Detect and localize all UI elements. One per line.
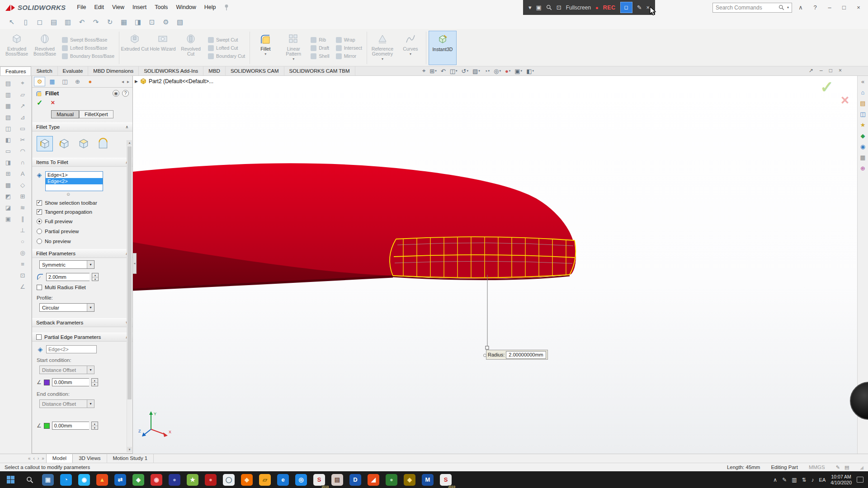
view-tool-button[interactable]: ↺ ▾ (460, 67, 469, 75)
document-window-control[interactable]: □ (829, 67, 832, 74)
constant-size-fillet-button[interactable] (37, 136, 53, 151)
stepper-up-icon[interactable]: ▴ (92, 422, 98, 426)
toolbar-icon[interactable]: ▱ (17, 90, 28, 99)
status-icon[interactable]: ▤ (844, 465, 849, 470)
fillet-method-dropdown[interactable]: Symmetric ▾ (39, 260, 94, 269)
language-indicator[interactable]: EA (819, 477, 826, 483)
toolbar-icon[interactable]: ∥ (17, 214, 28, 223)
red-model-body[interactable] (133, 163, 576, 290)
toolbar-icon[interactable]: ◻ (34, 17, 45, 27)
search-input[interactable]: Search Commands ▾ (712, 3, 792, 13)
radius-stepper[interactable]: ▴▾ (92, 273, 99, 281)
selection-handle-icon[interactable]: ⊙ (32, 192, 104, 198)
model-canvas[interactable]: Y X Z (133, 76, 857, 454)
action-center-icon[interactable] (857, 477, 863, 483)
taskbar-app-button[interactable]: ◉ (75, 471, 93, 488)
toolbar-icon[interactable]: ◠ (17, 146, 28, 155)
stepper-down-icon[interactable]: ▾ (92, 383, 98, 386)
toolbar-icon[interactable]: ✂ (17, 135, 28, 144)
view-tool-button[interactable]: ▧ ▾ (471, 67, 481, 75)
taskbar-app-button[interactable]: ● (382, 471, 401, 488)
taskbar-app-button[interactable]: ▲ (93, 471, 111, 488)
tray-icon[interactable]: ∧ (773, 477, 777, 483)
multi-radius-checkbox[interactable] (37, 285, 42, 290)
view-tool-button[interactable]: ↶ (439, 67, 447, 75)
toolbar-icon[interactable]: ◎ (17, 248, 28, 257)
profile-dropdown[interactable]: Circular ▾ (39, 303, 94, 312)
reference-geometry-caret-icon[interactable]: ▾ (382, 57, 383, 61)
ribbon-tab[interactable]: SOLIDWORKS Add-Ins (139, 66, 203, 75)
taskbar-app-button[interactable]: ● (202, 471, 220, 488)
recorder-window-icon[interactable]: ▣ (536, 4, 542, 11)
menu-item[interactable]: Help (200, 0, 220, 15)
reference-geometry-button[interactable]: Reference Geometry ▾ (368, 30, 396, 66)
taskbar-app-button[interactable]: M (419, 471, 437, 488)
task-pane-icon[interactable]: « (861, 78, 864, 85)
preview-radio[interactable] (37, 229, 42, 234)
taskbar-app-button[interactable]: ● (165, 471, 184, 488)
taskbar-app-button[interactable]: ▱ (256, 471, 274, 488)
radius-input[interactable]: 2.00mm (46, 273, 90, 281)
mode-tab[interactable]: Manual (51, 110, 79, 118)
ribbon-tab[interactable]: MBD (203, 66, 226, 75)
panel-tab-icon[interactable]: ● (85, 77, 96, 86)
toolbar-icon[interactable]: ⊞ (17, 192, 28, 201)
taskbar-app-button[interactable]: ◔ (57, 471, 75, 488)
start-offset-input[interactable]: 0.00mm (52, 378, 89, 386)
stepper-down-icon[interactable]: ▾ (92, 426, 98, 430)
breadcrumb[interactable]: ▶ Part2 (Default<<Default>... (135, 78, 213, 84)
view-tool-caret-icon[interactable]: ▾ (488, 69, 490, 73)
minimize-button[interactable]: – (824, 4, 835, 11)
toolbar-icon[interactable]: ◪ (3, 203, 14, 212)
linear-pattern-caret-icon[interactable]: ▾ (292, 57, 294, 61)
toolbar-icon[interactable]: ↻ (104, 17, 115, 27)
toolbar-icon[interactable]: ▥ (62, 17, 73, 27)
breadcrumb-arrow-icon[interactable]: ▶ (135, 79, 138, 84)
tab-nav-right-icon[interactable]: ▸ (127, 79, 129, 84)
dropdown-arrow-icon[interactable]: ▾ (87, 400, 94, 408)
section-fillet-parameters[interactable]: Fillet Parameters ∧ (32, 249, 132, 258)
toolbar-icon[interactable]: ⌖ (17, 79, 28, 88)
toolbar-icon[interactable]: ◇ (17, 180, 28, 189)
taskbar-app-button[interactable]: ⇄ (111, 471, 129, 488)
dropdown-arrow-icon[interactable]: ▾ (87, 261, 94, 268)
menu-item[interactable]: File (73, 0, 90, 15)
taskbar-app-button[interactable]: D (346, 471, 364, 488)
task-pane-icon[interactable]: ⊕ (860, 165, 865, 172)
ribbon-small-button[interactable]: Shell (311, 53, 329, 59)
recorder-fullscreen-icon[interactable]: ⊡ (557, 4, 561, 11)
taskbar-app-button[interactable]: ◎ (292, 471, 310, 488)
view-tool-caret-icon[interactable]: ▾ (478, 69, 480, 73)
confirm-cancel-icon[interactable]: × (841, 92, 849, 108)
toolbar-icon[interactable]: ▧ (175, 17, 185, 27)
view-tool-button[interactable]: ● ▾ (504, 67, 512, 75)
start-button[interactable] (0, 471, 21, 488)
document-tab[interactable]: Motion Study 1 (107, 454, 154, 463)
ribbon-small-button[interactable]: Swept Cut (208, 37, 245, 43)
task-pane-icon[interactable]: ◫ (860, 111, 865, 117)
tab-scroll-icon[interactable]: › (38, 456, 39, 461)
toolbar-icon[interactable]: ≋ (17, 203, 28, 212)
toolbar-icon[interactable]: ⊡ (17, 271, 28, 280)
ribbon-tab[interactable]: Features (0, 66, 31, 75)
tray-icon[interactable]: ♪ (811, 477, 814, 483)
taskbar-app-button[interactable]: S 2019 (310, 471, 328, 488)
menu-item[interactable]: Window (172, 0, 200, 15)
ribbon-small-button[interactable]: Lofted Boss/Base (62, 45, 114, 51)
graphics-viewport[interactable]: Y X Z ▶ Part2 (Default<<Default>... Radi… (133, 76, 857, 454)
ribbon-tab[interactable]: MBD Dimensions (88, 66, 139, 75)
taskbar-app-button[interactable]: ◯ (220, 471, 238, 488)
view-tool-button[interactable]: ◔ ▾ (483, 67, 491, 75)
ribbon-tab[interactable]: SOLIDWORKS CAM TBM (284, 66, 355, 75)
toolbar-icon[interactable]: ▥ (3, 90, 14, 99)
task-pane-icon[interactable]: ◆ (861, 132, 865, 139)
toolbar-icon[interactable]: ▭ (3, 146, 14, 155)
face-fillet-button[interactable] (75, 136, 92, 151)
ribbon-tab[interactable]: Sketch (31, 66, 57, 75)
preview-radio[interactable] (37, 219, 42, 224)
pin-icon[interactable]: ◉ (113, 90, 119, 97)
view-tool-button[interactable]: ⌖ (421, 67, 427, 75)
toolbar-icon[interactable]: ⊡ (146, 17, 157, 27)
toolbar-icon[interactable]: ◨ (132, 17, 143, 27)
ribbon-small-button[interactable]: Mirror (336, 53, 362, 59)
